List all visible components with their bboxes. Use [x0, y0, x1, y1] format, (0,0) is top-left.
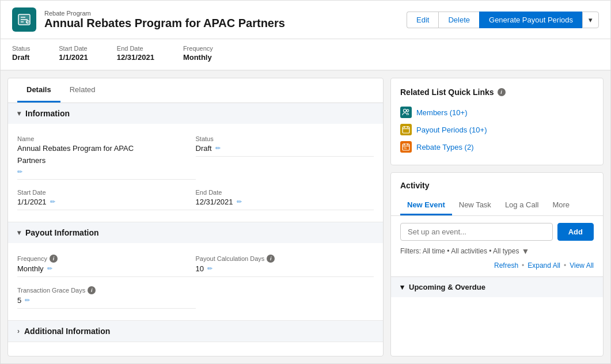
- additional-section-title: Additional Information: [24, 327, 110, 336]
- event-input[interactable]: [400, 223, 553, 241]
- frequency-info-icon[interactable]: i: [50, 255, 58, 263]
- meta-end-label: End Date: [117, 45, 154, 52]
- upcoming-title: Upcoming & Overdue: [409, 283, 485, 291]
- status-edit-icon[interactable]: ✏: [215, 145, 221, 152]
- filter-icon[interactable]: ▼: [521, 247, 529, 256]
- name-line1: Annual Rebates Program for APAC: [17, 144, 134, 153]
- rebate-program-icon: %: [12, 7, 36, 32]
- svg-rect-8: [403, 127, 409, 133]
- left-panel: Details Related ▾ Information Name Annua…: [7, 78, 384, 357]
- edit-button[interactable]: Edit: [407, 12, 438, 28]
- header-left: % Rebate Program Annual Rebates Program …: [12, 7, 285, 32]
- field-freq-label: Frequency i: [17, 255, 196, 263]
- payout-section-title: Payout Information: [25, 228, 99, 237]
- field-status-value: Draft ✏: [196, 144, 374, 157]
- meta-end-value: 12/31/2021: [117, 53, 154, 62]
- additional-section-header[interactable]: › Additional Information: [8, 321, 383, 342]
- information-section: ▾ Information Name Annual Rebates Progra…: [8, 103, 383, 222]
- meta-freq-value: Monthly: [183, 53, 213, 62]
- svg-point-7: [407, 109, 409, 112]
- filters-row: Filters: All time • All activities • All…: [400, 247, 594, 256]
- link-separator-1: •: [522, 261, 524, 270]
- tab-new-task[interactable]: New Task: [452, 196, 498, 215]
- types-icon: %: [400, 141, 412, 153]
- field-payout-days: Payout Calculation Days i 10 ✏: [196, 250, 374, 282]
- meta-freq-label: Frequency: [183, 45, 213, 52]
- information-section-header[interactable]: ▾ Information: [8, 103, 383, 124]
- tab-log-call[interactable]: Log a Call: [498, 196, 546, 215]
- upcoming-section: ▾ Upcoming & Overdue: [391, 276, 603, 297]
- meta-status-label: Status: [12, 45, 30, 52]
- page-wrapper: % Rebate Program Annual Rebates Program …: [0, 0, 611, 364]
- field-status-label: Status: [196, 135, 374, 142]
- quick-links-info-icon[interactable]: i: [498, 88, 506, 96]
- information-section-title: Information: [25, 109, 70, 118]
- tab-related[interactable]: Related: [60, 78, 105, 103]
- end-edit-icon[interactable]: ✏: [237, 198, 242, 206]
- header-actions: Edit Delete Generate Payout Periods ▾: [407, 12, 599, 28]
- header: % Rebate Program Annual Rebates Program …: [1, 1, 610, 39]
- grace-days-edit-icon[interactable]: ✏: [25, 297, 30, 304]
- action-links: Refresh • Expand All • View All: [400, 261, 594, 270]
- activity-header: Activity New Event New Task Log a Call M…: [391, 173, 603, 216]
- members-icon: [400, 107, 412, 118]
- field-grace-days: Transaction Grace Days i 5 ✏: [17, 282, 196, 313]
- payout-fields: Frequency i Monthly ✏ Payout Calculation…: [8, 243, 383, 320]
- payout-days-info-icon[interactable]: i: [267, 255, 275, 263]
- field-start-label: Start Date: [17, 189, 196, 196]
- members-link[interactable]: Members (10+): [416, 108, 468, 117]
- activity-title: Activity: [400, 181, 594, 190]
- refresh-link[interactable]: Refresh: [494, 261, 518, 270]
- start-edit-icon[interactable]: ✏: [50, 198, 55, 206]
- grace-days-info-icon[interactable]: i: [88, 286, 96, 294]
- meta-status: Status Draft: [12, 45, 30, 62]
- expand-all-link[interactable]: Expand All: [527, 261, 560, 270]
- field-end-value: 12/31/2021 ✏: [196, 198, 374, 210]
- meta-status-value: Draft: [12, 53, 30, 62]
- svg-text:%: %: [404, 146, 407, 150]
- frequency-edit-icon[interactable]: ✏: [47, 265, 52, 272]
- field-frequency: Frequency i Monthly ✏: [17, 250, 196, 282]
- field-end-label: End Date: [196, 189, 374, 196]
- field-payout-days-label: Payout Calculation Days i: [196, 255, 374, 263]
- field-grace-label: Transaction Grace Days i: [17, 286, 196, 294]
- quick-link-members[interactable]: Members (10+): [400, 104, 594, 121]
- header-title-group: Rebate Program Annual Rebates Program fo…: [44, 10, 285, 30]
- upcoming-chevron-icon: ▾: [400, 283, 404, 291]
- quick-link-types[interactable]: % Rebate Types (2): [400, 138, 594, 156]
- field-name-value: Annual Rebates Program for APAC Partners…: [17, 144, 196, 180]
- tab-more[interactable]: More: [545, 196, 576, 215]
- payout-section-header[interactable]: ▾ Payout Information: [8, 222, 383, 243]
- tab-details[interactable]: Details: [17, 78, 60, 103]
- field-start-date: Start Date 1/1/2021 ✏: [17, 184, 196, 215]
- frequency-text: Monthly: [17, 264, 44, 273]
- quick-links-title: Related List Quick Links i: [400, 88, 594, 97]
- field-freq-value: Monthly ✏: [17, 264, 196, 277]
- tab-new-event[interactable]: New Event: [400, 196, 452, 215]
- view-all-link[interactable]: View All: [570, 261, 594, 270]
- upcoming-header[interactable]: ▾ Upcoming & Overdue: [391, 277, 603, 297]
- generate-payout-button[interactable]: Generate Payout Periods: [479, 12, 582, 28]
- meta-end-date: End Date 12/31/2021: [117, 45, 154, 62]
- payout-days-edit-icon[interactable]: ✏: [207, 265, 212, 272]
- event-input-row: Add: [400, 223, 594, 241]
- page-title: Annual Rebates Program for APAC Partners: [44, 17, 285, 30]
- actions-dropdown-button[interactable]: ▾: [582, 12, 599, 28]
- quick-link-periods[interactable]: Payout Periods (10+): [400, 121, 594, 138]
- additional-section: › Additional Information: [8, 321, 383, 342]
- meta-bar: Status Draft Start Date 1/1/2021 End Dat…: [1, 39, 610, 71]
- name-line2: Partners: [17, 156, 45, 165]
- periods-link[interactable]: Payout Periods (10+): [416, 126, 487, 134]
- name-edit-icon[interactable]: ✏: [17, 168, 22, 176]
- field-end-date: End Date 12/31/2021 ✏: [196, 184, 374, 215]
- payout-chevron-icon: ▾: [17, 229, 21, 237]
- add-event-button[interactable]: Add: [557, 223, 594, 241]
- meta-start-date: Start Date 1/1/2021: [59, 45, 88, 62]
- types-link[interactable]: Rebate Types (2): [416, 143, 473, 151]
- delete-button[interactable]: Delete: [438, 12, 479, 28]
- end-date-text: 12/31/2021: [196, 198, 233, 206]
- field-name: Name Annual Rebates Program for APAC Par…: [17, 131, 196, 184]
- grace-days-text: 5: [17, 296, 21, 305]
- activity-tabs: New Event New Task Log a Call More: [400, 196, 594, 215]
- svg-text:%: %: [27, 20, 30, 24]
